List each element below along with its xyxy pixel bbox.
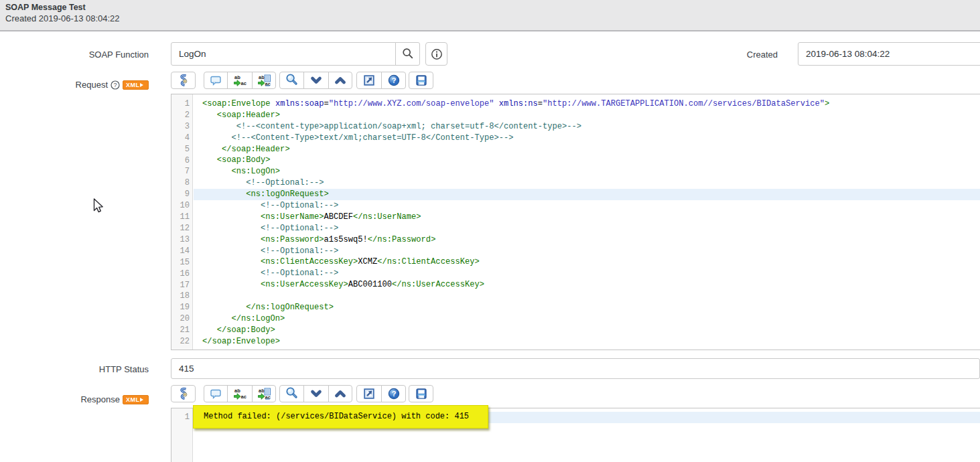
svg-text:ab: ab [259, 388, 265, 394]
svg-text:ab: ab [234, 388, 240, 394]
svg-text:?: ? [113, 82, 117, 88]
svg-text:ab: ab [234, 74, 240, 80]
svg-text:ac: ac [241, 80, 247, 86]
svg-text:?: ? [391, 390, 396, 398]
svg-text:ab: ab [259, 74, 265, 80]
svg-text:?: ? [391, 76, 396, 84]
svg-text:ac: ac [241, 394, 247, 400]
